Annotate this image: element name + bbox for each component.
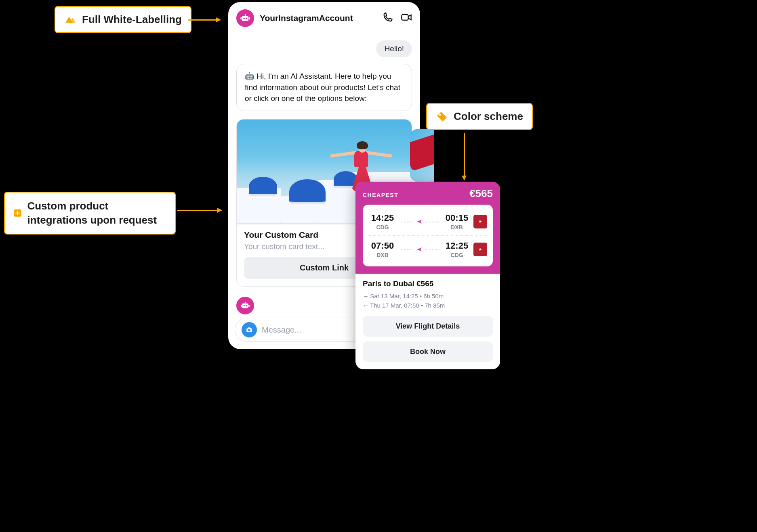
svg-point-15 [248,329,250,331]
dep-time: 14:25 [368,213,397,223]
user-message: Hello! [376,40,412,57]
flight-leg-return: 07:50DXB 12:25CDG ✈ [363,237,493,262]
flight-price: €565 [469,187,493,200]
airline-logo: ✈ [473,215,487,228]
flight-meta: → Sat 13 Mar, 14:25 • 6h 50m ← Thu 17 Ma… [363,291,493,310]
svg-point-3 [243,18,245,19]
callout-label: Full White-Labelling [82,13,182,26]
account-name: YourInstagramAccount [260,13,376,23]
carousel-card-peek[interactable] [410,129,434,182]
book-now-button[interactable]: Book Now [363,341,493,362]
flight-leg-outbound: 14:25CDG 00:15DXB ✈ [363,209,493,235]
tag-icon [436,111,448,123]
flight-route: Paris to Dubai €565 [363,279,493,288]
dep-time: 07:50 [368,241,397,251]
svg-rect-9 [242,304,248,308]
stacked-triangles-icon [64,14,76,26]
arr-code: DXB [443,224,471,230]
video-icon [401,12,412,23]
arrow-line [177,210,221,211]
camera-icon [245,326,253,334]
dep-code: CDG [368,224,397,230]
arr-code: CDG [443,252,471,258]
plane-icon [416,246,423,253]
svg-rect-14 [248,305,250,307]
svg-point-10 [244,305,245,306]
bot-message: 🤖 Hi, I'm an AI Assistant. Here to help … [236,64,412,111]
callout-color-scheme: Color scheme [426,103,533,130]
svg-rect-13 [241,305,242,307]
arr-time: 12:25 [443,241,471,251]
svg-point-11 [246,305,247,306]
chat-header: YourInstagramAccount [228,2,420,33]
plus-box-icon [14,207,22,219]
cheapest-badge: CHEAPEST [363,192,398,198]
arrow-right-icon: → [363,291,368,301]
video-call-button[interactable] [401,12,412,25]
bot-float-avatar[interactable] [236,297,254,314]
arrow-line [188,19,220,21]
callout-custom-integrations: Custom product integrations upon request [4,192,176,235]
flight-card[interactable]: CHEAPEST €565 14:25CDG 00:15DXB ✈ 07:50D… [355,182,500,369]
call-button[interactable] [382,12,393,25]
svg-rect-7 [249,17,250,20]
svg-rect-2 [242,16,248,21]
svg-rect-8 [402,15,408,20]
phone-icon [382,12,393,23]
svg-rect-5 [245,14,246,16]
airline-logo: ✈ [473,243,487,256]
callout-label: Custom product integrations upon request [27,199,166,227]
dep-code: DXB [368,252,397,258]
svg-rect-6 [240,17,242,20]
callout-label: Color scheme [454,110,523,123]
flight-times-panel: 14:25CDG 00:15DXB ✈ 07:50DXB 12:25CDG ✈ [363,205,493,266]
bot-avatar[interactable] [236,9,254,27]
svg-point-1 [439,113,441,115]
view-flight-details-button[interactable]: View Flight Details [363,316,493,337]
arrow-left-icon: ← [363,301,368,310]
callout-white-label: Full White-Labelling [55,6,191,33]
svg-point-4 [246,18,247,19]
arr-time: 00:15 [443,213,471,223]
camera-button[interactable] [242,322,257,337]
svg-rect-12 [245,302,246,304]
arrow-line [464,133,465,180]
plane-icon [416,218,423,225]
